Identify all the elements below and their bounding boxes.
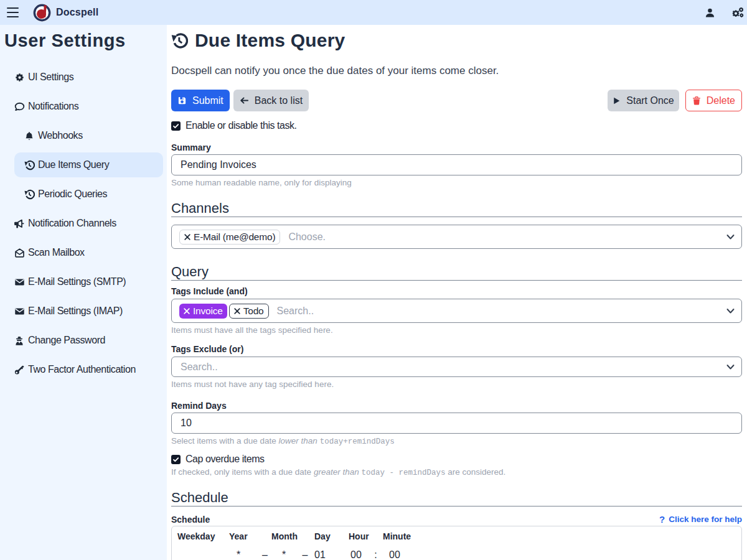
bullhorn-icon <box>14 218 25 229</box>
gears-icon[interactable] <box>731 7 745 18</box>
summary-input[interactable] <box>171 154 742 175</box>
col-day: Day <box>309 526 343 541</box>
sidebar-item-email-imap[interactable]: E-Mail Settings (IMAP) <box>4 299 163 324</box>
sidebar-item-periodic-queries[interactable]: Periodic Queries <box>14 182 163 207</box>
remind-days-input[interactable] <box>171 413 742 434</box>
sidebar-item-label: E-Mail Settings (IMAP) <box>28 306 123 317</box>
weekday-value[interactable] <box>172 541 223 560</box>
sidebar-item-ui-settings[interactable]: UI Settings <box>4 65 163 90</box>
tags-include-multiselect[interactable]: Invoice Todo Search.. <box>171 299 742 323</box>
sidebar-item-scan-mailbox[interactable]: Scan Mailbox <box>4 240 163 265</box>
page-description: Docspell can notify you once the due dat… <box>171 65 742 77</box>
time-separator: : <box>369 541 377 560</box>
col-month: Month <box>266 526 298 541</box>
tag-chip-todo: Todo <box>229 304 269 319</box>
button-row: Submit Back to list Start Once Delete <box>171 90 742 111</box>
chevron-down-icon[interactable] <box>726 308 735 314</box>
history-icon <box>24 189 35 200</box>
minute-value[interactable]: 00 <box>377 541 415 560</box>
enable-task-label: Enable or disable this task. <box>186 120 297 131</box>
tags-exclude-field: Tags Exclude (or) Search.. Items must no… <box>171 344 742 389</box>
sidebar-item-two-factor[interactable]: Two Factor Authentication <box>4 357 163 382</box>
menu-hamburger-icon[interactable] <box>7 7 19 18</box>
user-secret-icon <box>14 335 25 346</box>
delete-label: Delete <box>707 95 735 106</box>
remind-days-field: Remind Days Select items with a due date… <box>171 401 742 446</box>
delete-button[interactable]: Delete <box>685 90 742 111</box>
schedule-help-link-label: Click here for help <box>669 515 742 524</box>
summary-field: Summary Some human readable name, only f… <box>171 142 742 187</box>
col-weekday: Weekday <box>172 526 223 541</box>
chevron-down-icon[interactable] <box>726 234 735 240</box>
year-value[interactable]: * <box>223 541 256 560</box>
remove-chip-icon[interactable] <box>184 308 190 314</box>
brand-title[interactable]: Docspell <box>56 7 98 18</box>
col-minute: Minute <box>377 526 415 541</box>
date-separator: – <box>256 541 266 560</box>
cap-overdue-help: If checked, only items with a due date g… <box>171 467 742 477</box>
remind-days-help-code: today+remindDays <box>320 437 395 446</box>
tags-exclude-label: Tags Exclude (or) <box>171 344 742 354</box>
start-once-button[interactable]: Start Once <box>608 90 679 111</box>
start-once-label: Start Once <box>626 95 674 106</box>
col-year: Year <box>223 526 256 541</box>
envelope-icon <box>14 306 25 317</box>
submit-label: Submit <box>192 95 223 106</box>
remove-chip-icon[interactable] <box>234 308 240 314</box>
tags-include-placeholder: Search.. <box>277 306 314 317</box>
sidebar-item-label: UI Settings <box>28 72 73 83</box>
envelope-open-icon <box>14 248 25 258</box>
remind-days-help: Select items with a due date lower than … <box>171 436 742 446</box>
docspell-logo-icon[interactable] <box>32 3 52 22</box>
cap-overdue-checkbox-row[interactable]: Cap overdue items <box>171 454 742 465</box>
col-hour: Hour <box>343 526 369 541</box>
sidebar-item-notifications[interactable]: Notifications <box>4 94 163 119</box>
sidebar-nav: UI Settings Notifications Webhooks Due I… <box>4 65 163 382</box>
tags-include-label: Tags Include (and) <box>171 286 742 296</box>
tags-include-field: Tags Include (and) Invoice Todo Search.. <box>171 286 742 335</box>
enable-task-checkbox-row[interactable]: Enable or disable this task. <box>171 120 742 131</box>
chevron-down-icon[interactable] <box>726 364 735 370</box>
tags-exclude-help: Items must not have any tag specified he… <box>171 380 742 389</box>
remove-chip-icon[interactable] <box>184 234 190 240</box>
history-icon <box>24 160 35 170</box>
sidebar-item-label: Due Items Query <box>38 159 109 170</box>
main-content: Due Items Query Docspell can notify you … <box>167 25 747 560</box>
tags-exclude-select[interactable]: Search.. <box>171 357 742 377</box>
channel-chip-label: E-Mail (me@demo) <box>194 231 275 243</box>
cap-overdue-checkbox[interactable] <box>171 455 181 464</box>
sidebar-item-label: Change Password <box>28 335 105 346</box>
query-heading: Query <box>171 264 742 281</box>
schedule-value-row: * – * – 01 00 : 00 <box>172 541 741 560</box>
channels-multiselect[interactable]: E-Mail (me@demo) Choose. <box>171 225 742 249</box>
day-value[interactable]: 01 <box>309 541 343 560</box>
sidebar-item-email-smtp[interactable]: E-Mail Settings (SMTP) <box>4 269 163 294</box>
back-to-list-button[interactable]: Back to list <box>233 90 309 111</box>
page-title: Due Items Query <box>195 30 345 51</box>
channel-chip: E-Mail (me@demo) <box>179 230 280 245</box>
cap-overdue-label: Cap overdue items <box>186 454 265 465</box>
user-menu-icon[interactable] <box>705 7 715 18</box>
schedule-help-link[interactable]: ? Click here for help <box>659 514 742 525</box>
arrow-left-icon <box>240 96 249 105</box>
sidebar-item-due-items-query[interactable]: Due Items Query <box>14 152 163 177</box>
sidebar: User Settings UI Settings Notifications … <box>0 25 167 560</box>
sidebar-item-label: Webhooks <box>38 130 83 141</box>
sidebar-item-change-password[interactable]: Change Password <box>4 328 163 353</box>
topbar: Docspell <box>0 0 747 25</box>
hour-value[interactable]: 00 <box>343 541 369 560</box>
submit-button[interactable]: Submit <box>171 90 230 111</box>
channels-placeholder: Choose. <box>288 231 326 243</box>
back-to-list-label: Back to list <box>255 95 303 106</box>
envelope-icon <box>14 277 25 287</box>
sidebar-item-notification-channels[interactable]: Notification Channels <box>4 211 163 236</box>
comment-icon <box>14 101 25 112</box>
sidebar-item-label: Two Factor Authentication <box>28 364 136 375</box>
schedule-table: Weekday Year Month Day Hour Minute * – * <box>171 526 742 560</box>
month-value[interactable]: * <box>266 541 298 560</box>
enable-task-checkbox[interactable] <box>171 121 181 131</box>
channels-heading: Channels <box>171 200 742 217</box>
sidebar-item-webhooks[interactable]: Webhooks <box>14 123 163 148</box>
schedule-label-row: Schedule ? Click here for help <box>171 514 742 525</box>
tag-chip-label: Todo <box>243 306 264 317</box>
